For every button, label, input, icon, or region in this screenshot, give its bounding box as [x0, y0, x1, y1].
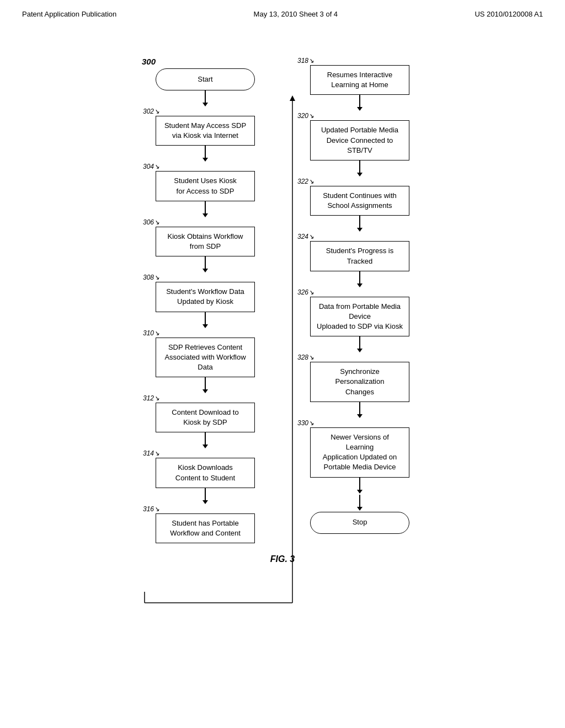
- step-box-322: Student Continues with School Assignment…: [310, 186, 409, 216]
- diagram-area: 300 Start 302↘Student May Access SDP via…: [0, 24, 565, 543]
- header-left: Patent Application Publication: [22, 10, 116, 18]
- step-label-330: 330↘: [296, 419, 314, 427]
- step-box-316: Student has Portable Workflow and Conten…: [156, 513, 255, 543]
- step-label-310: 310↘: [142, 329, 159, 337]
- right-column: 318↘Resumes Interactive Learning at Home…: [296, 57, 423, 543]
- diagram-300-label: 300: [142, 57, 156, 66]
- step-box-326: Data from Portable Media Device Uploaded…: [310, 297, 409, 337]
- step-label-328: 328↘: [296, 354, 314, 361]
- step-box-304: Student Uses Kiosk for Access to SDP: [156, 171, 255, 201]
- step-label-306: 306↘: [142, 218, 159, 226]
- step-label-318: 318↘: [296, 57, 314, 65]
- step-box-324: Student's Progress is Tracked: [310, 241, 409, 271]
- step-label-308: 308↘: [142, 274, 159, 281]
- step-label-320: 320↘: [296, 112, 314, 120]
- start-shape: Start: [156, 68, 255, 90]
- step-label-302: 302↘: [142, 108, 159, 115]
- step-label-316: 316↘: [142, 505, 159, 513]
- step-box-320: Updated Portable Media Device Connected …: [310, 120, 409, 160]
- step-box-314: Kiosk Downloads Content to Student: [156, 458, 255, 488]
- step-box-310: SDP Retrieves Content Associated with Wo…: [156, 338, 255, 378]
- header-center: May 13, 2010 Sheet 3 of 4: [254, 10, 338, 18]
- step-box-308: Student's Workflow Data Updated by Kiosk: [156, 282, 255, 312]
- page-header: Patent Application Publication May 13, 2…: [0, 0, 565, 24]
- step-box-318: Resumes Interactive Learning at Home: [310, 65, 409, 95]
- step-box-312: Content Download to Kiosk by SDP: [156, 403, 255, 432]
- step-label-322: 322↘: [296, 178, 314, 185]
- step-box-302: Student May Access SDP via Kiosk via Int…: [156, 116, 255, 146]
- step-box-328: Synchronize Personalization Changes: [310, 362, 409, 402]
- header-right: US 2010/0120008 A1: [475, 10, 543, 18]
- step-label-324: 324↘: [296, 233, 314, 240]
- step-label-304: 304↘: [142, 163, 159, 170]
- step-box-306: Kiosk Obtains Workflow from SDP: [156, 227, 255, 256]
- stop-shape: Stop: [310, 512, 409, 534]
- left-column: 300 Start 302↘Student May Access SDP via…: [142, 57, 269, 543]
- step-label-314: 314↘: [142, 449, 159, 457]
- step-label-326: 326↘: [296, 288, 314, 296]
- step-label-312: 312↘: [142, 394, 159, 402]
- step-box-330: Newer Versions of Learning Application U…: [310, 427, 409, 478]
- figure-label: FIG. 3: [0, 554, 565, 564]
